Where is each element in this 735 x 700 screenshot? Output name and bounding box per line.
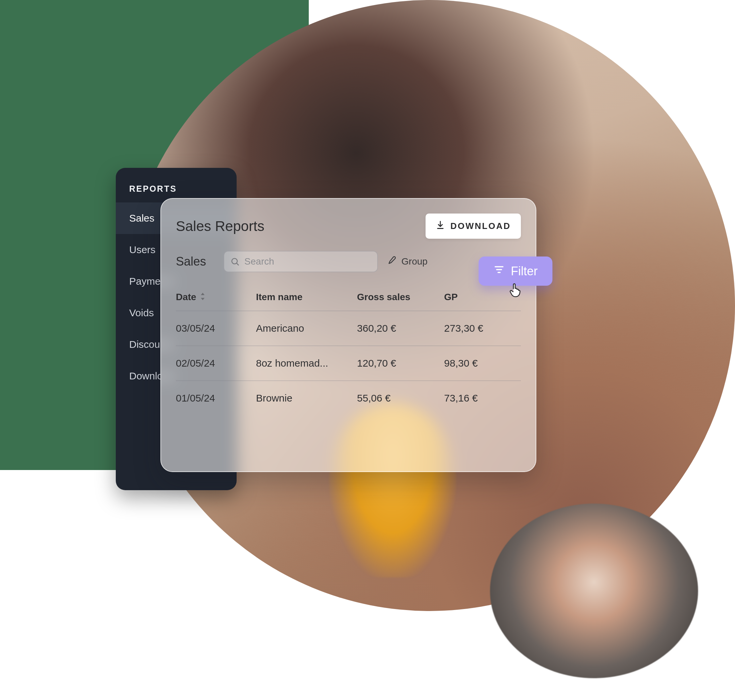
- brush-icon: [387, 256, 397, 268]
- filter-label: Filter: [511, 264, 538, 278]
- stage: REPORTS Sales Users Payments Voids Disco…: [0, 0, 735, 700]
- card-toolbar: Sales Group: [176, 251, 521, 272]
- cell-item: Americano: [256, 323, 354, 334]
- table-row[interactable]: 02/05/24 8oz homemad... 120,70 € 98,30 €: [176, 346, 521, 380]
- section-title: Sales: [176, 254, 206, 269]
- cell-gross: 360,20 €: [357, 323, 441, 334]
- group-button[interactable]: Group: [387, 256, 428, 268]
- download-icon: [436, 220, 445, 232]
- col-date-label: Date: [176, 292, 196, 303]
- cell-item: 8oz homemad...: [256, 357, 354, 369]
- cell-date: 02/05/24: [176, 357, 253, 369]
- col-date[interactable]: Date: [176, 292, 253, 303]
- cell-gp: 98,30 €: [444, 357, 521, 369]
- hero-bowl: [490, 504, 698, 678]
- table-body: 03/05/24 Americano 360,20 € 273,30 € 02/…: [176, 310, 521, 415]
- download-label: DOWNLOAD: [450, 221, 511, 231]
- col-gross[interactable]: Gross sales: [357, 292, 441, 303]
- filter-icon: [493, 264, 505, 278]
- cell-date: 03/05/24: [176, 323, 253, 334]
- card-header: Sales Reports DOWNLOAD: [176, 213, 521, 239]
- cell-gp: 273,30 €: [444, 323, 521, 334]
- cell-gross: 120,70 €: [357, 357, 441, 369]
- search-input[interactable]: [223, 251, 378, 272]
- svg-line-1: [237, 263, 238, 265]
- cell-item: Brownie: [256, 393, 354, 404]
- cursor-hand-icon: [508, 282, 522, 298]
- sort-icon: [200, 292, 206, 303]
- col-item[interactable]: Item name: [256, 292, 354, 303]
- sales-report-card: Sales Reports DOWNLOAD Sales Group: [160, 198, 536, 472]
- filter-button[interactable]: Filter: [479, 256, 553, 286]
- table-row[interactable]: 01/05/24 Brownie 55,06 € 73,16 €: [176, 380, 521, 415]
- cell-gp: 73,16 €: [444, 393, 521, 404]
- table-header: Date Item name Gross sales GP: [176, 288, 521, 310]
- card-title: Sales Reports: [176, 218, 265, 234]
- download-button[interactable]: DOWNLOAD: [426, 213, 521, 239]
- cell-gross: 55,06 €: [357, 393, 441, 404]
- group-label: Group: [401, 256, 428, 267]
- search-field[interactable]: [223, 251, 378, 272]
- cell-date: 01/05/24: [176, 393, 253, 404]
- table-row[interactable]: 03/05/24 Americano 360,20 € 273,30 €: [176, 310, 521, 346]
- sales-table: Date Item name Gross sales GP 03/05/24 A…: [176, 288, 521, 415]
